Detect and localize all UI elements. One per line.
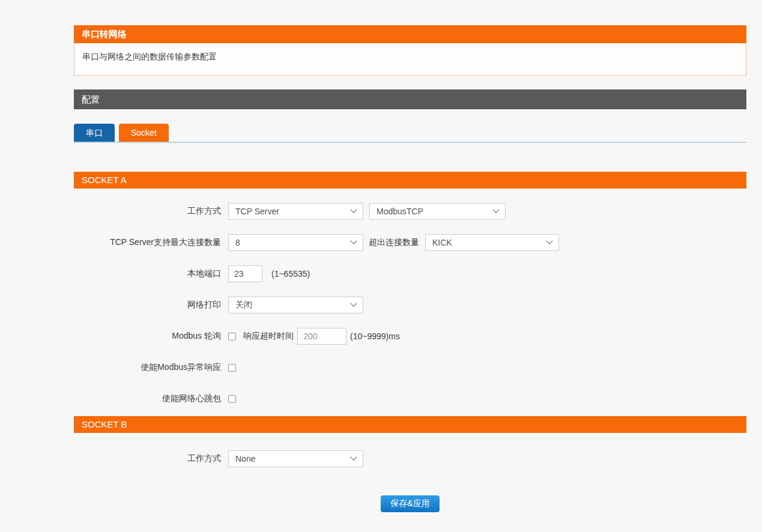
work-mode-label: 工作方式 <box>74 206 228 217</box>
chevron-down-icon <box>350 238 357 244</box>
heartbeat-checkbox[interactable] <box>228 395 236 403</box>
max-connections-label: TCP Server支持最大连接数量 <box>74 237 228 248</box>
local-port-range-hint: (1~65535) <box>271 269 310 279</box>
page-description: 串口与网络之间的数据传输参数配置 <box>74 43 746 76</box>
chevron-down-icon <box>350 300 357 307</box>
work-mode-select[interactable]: TCP Server <box>228 203 363 220</box>
heartbeat-label: 使能网络心跳包 <box>74 393 228 404</box>
modbus-poll-label: Modbus 轮询 <box>74 331 228 342</box>
protocol-select[interactable]: ModbusTCP <box>369 203 506 220</box>
modbus-poll-row: Modbus 轮询 响应超时时间 (10~9999)ms <box>74 328 746 345</box>
save-button-row: 保存&应用 <box>74 495 746 512</box>
page-title: 串口转网络 <box>82 29 127 39</box>
socket-b-work-mode-value: None <box>235 454 255 464</box>
config-section-header: 配置 <box>74 89 746 109</box>
max-connections-select[interactable]: 8 <box>228 234 363 251</box>
socket-b-work-mode-label: 工作方式 <box>74 453 228 464</box>
work-mode-row: 工作方式 TCP Server ModbusTCP <box>74 203 746 220</box>
socket-b-work-mode-row: 工作方式 None <box>74 450 746 467</box>
local-port-input[interactable] <box>228 265 262 282</box>
local-port-label: 本地端口 <box>74 268 228 279</box>
save-apply-button[interactable]: 保存&应用 <box>381 495 439 512</box>
modbus-exception-checkbox[interactable] <box>228 364 236 372</box>
chevron-down-icon <box>350 207 357 213</box>
exceed-connections-label: 超出连接数量 <box>369 237 419 248</box>
heartbeat-row: 使能网络心跳包 <box>74 390 746 407</box>
socket-b-header: SOCKET B <box>74 416 746 433</box>
modbus-exception-row: 使能Modbus异常响应 <box>74 359 746 376</box>
local-port-row: 本地端口 (1~65535) <box>74 265 746 282</box>
main-content: 串口转网络 串口与网络之间的数据传输参数配置 配置 串口 Socket SOCK… <box>74 25 746 512</box>
network-print-select[interactable]: 关闭 <box>228 297 363 313</box>
chevron-down-icon <box>492 207 499 213</box>
exceed-connections-select[interactable]: KICK <box>425 234 559 251</box>
socket-b-work-mode-select[interactable]: None <box>228 450 363 467</box>
max-connections-row: TCP Server支持最大连接数量 8 超出连接数量 KICK <box>74 234 746 251</box>
tab-socket[interactable]: Socket <box>119 124 169 142</box>
response-timeout-label: 响应超时时间 <box>243 331 294 342</box>
max-connections-value: 8 <box>235 238 240 247</box>
page-title-bar: 串口转网络 <box>74 25 746 43</box>
exceed-connections-value: KICK <box>432 238 452 247</box>
protocol-value: ModbusTCP <box>376 207 423 216</box>
network-print-value: 关闭 <box>235 300 252 310</box>
modbus-poll-checkbox[interactable] <box>228 333 236 340</box>
socket-a-header: SOCKET A <box>74 172 746 189</box>
work-mode-value: TCP Server <box>235 207 279 216</box>
network-print-row: 网络打印 关闭 <box>74 297 746 313</box>
modbus-exception-label: 使能Modbus异常响应 <box>74 362 228 373</box>
chevron-down-icon <box>546 238 552 244</box>
tab-bar: 串口 Socket <box>74 124 746 143</box>
response-timeout-input[interactable] <box>297 328 346 345</box>
response-timeout-range-hint: (10~9999)ms <box>350 331 400 341</box>
chevron-down-icon <box>350 454 357 461</box>
tab-serial[interactable]: 串口 <box>74 124 115 142</box>
network-print-label: 网络打印 <box>74 300 228 310</box>
